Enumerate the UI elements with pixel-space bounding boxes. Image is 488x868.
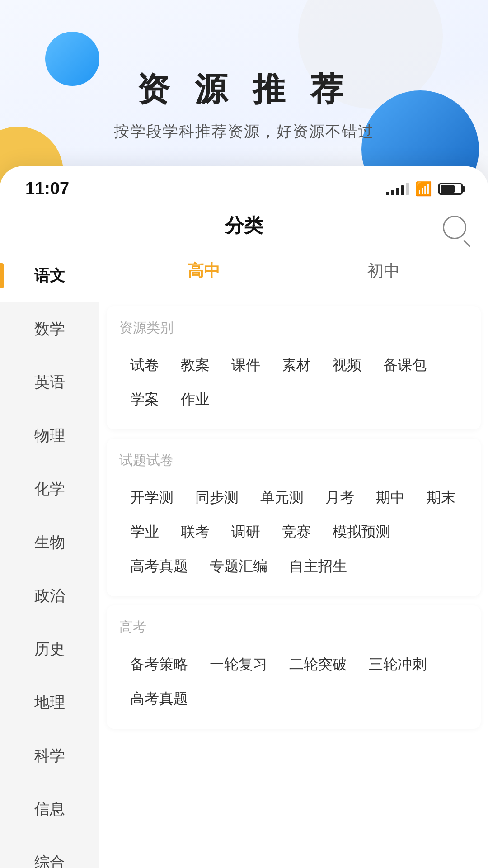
tag-学业[interactable]: 学业 — [119, 515, 170, 549]
tag-学案[interactable]: 学案 — [119, 382, 170, 417]
tag-同步测[interactable]: 同步测 — [184, 481, 249, 515]
section-title-1: 试题试卷 — [119, 451, 468, 470]
search-button[interactable] — [443, 216, 466, 239]
tag-模拟预测[interactable]: 模拟预测 — [322, 515, 401, 549]
tag-课件[interactable]: 课件 — [221, 348, 271, 382]
section-0: 资源类别试卷教案课件素材视频备课包学案作业 — [107, 306, 481, 429]
tags-row-1: 开学测同步测单元测月考期中期末学业联考调研竞赛模拟预测高考真题专题汇编自主招生 — [119, 481, 468, 584]
tag-专题汇编[interactable]: 专题汇编 — [199, 549, 278, 584]
battery-icon — [438, 183, 463, 195]
sidebar-item-生物[interactable]: 生物 — [0, 516, 99, 569]
sidebar-item-语文[interactable]: 语文 — [0, 249, 99, 302]
main-layout: 语文数学英语物理化学生物政治历史地理科学信息综合其他 高中初中 资源类别试卷教案… — [0, 249, 488, 868]
hero-title: 资 源 推 荐 — [0, 68, 488, 111]
tag-三轮冲刺[interactable]: 三轮冲刺 — [358, 647, 437, 682]
tag-教案[interactable]: 教案 — [170, 348, 221, 382]
section-2: 高考备考策略一轮复习二轮突破三轮冲刺高考真题 — [107, 605, 481, 729]
nav-title: 分类 — [225, 213, 263, 238]
section-1: 试题试卷开学测同步测单元测月考期中期末学业联考调研竞赛模拟预测高考真题专题汇编自… — [107, 439, 481, 596]
sidebar-item-英语[interactable]: 英语 — [0, 356, 99, 409]
tag-高考真题[interactable]: 高考真题 — [119, 549, 199, 584]
tags-row-2: 备考策略一轮复习二轮突破三轮冲刺高考真题 — [119, 647, 468, 716]
grade-tab-初中[interactable]: 初中 — [294, 253, 474, 289]
sidebar-item-信息[interactable]: 信息 — [0, 783, 99, 836]
right-content: 高中初中 资源类别试卷教案课件素材视频备课包学案作业试题试卷开学测同步测单元测月… — [99, 249, 488, 868]
section-title-2: 高考 — [119, 618, 468, 637]
sidebar-item-综合[interactable]: 综合 — [0, 836, 99, 868]
phone-card: 11:07 📶 分类 语文数学英语物理化学生物政治历史地理科学信息综合其他 — [0, 166, 488, 868]
tag-备课包[interactable]: 备课包 — [372, 348, 437, 382]
sidebar-item-地理[interactable]: 地理 — [0, 676, 99, 729]
grade-tab-高中[interactable]: 高中 — [114, 253, 294, 289]
sidebar-item-政治[interactable]: 政治 — [0, 569, 99, 623]
tag-单元测[interactable]: 单元测 — [249, 481, 314, 515]
wifi-icon: 📶 — [415, 181, 432, 197]
tag-自主招生[interactable]: 自主招生 — [278, 549, 358, 584]
left-sidebar: 语文数学英语物理化学生物政治历史地理科学信息综合其他 — [0, 249, 99, 868]
sidebar-item-数学[interactable]: 数学 — [0, 302, 99, 356]
hero-subtitle: 按学段学科推荐资源，好资源不错过 — [0, 121, 488, 142]
tag-备考策略[interactable]: 备考策略 — [119, 647, 199, 682]
tag-作业[interactable]: 作业 — [170, 382, 221, 417]
tag-月考[interactable]: 月考 — [314, 481, 365, 515]
sidebar-item-历史[interactable]: 历史 — [0, 623, 99, 676]
tag-素材[interactable]: 素材 — [271, 348, 322, 382]
sidebar-item-化学[interactable]: 化学 — [0, 462, 99, 516]
tag-期中[interactable]: 期中 — [365, 481, 416, 515]
tag-调研[interactable]: 调研 — [221, 515, 271, 549]
tags-row-0: 试卷教案课件素材视频备课包学案作业 — [119, 348, 468, 417]
status-bar: 11:07 📶 — [0, 166, 488, 206]
sidebar-item-物理[interactable]: 物理 — [0, 409, 99, 462]
tag-试卷[interactable]: 试卷 — [119, 348, 170, 382]
tag-高考真题[interactable]: 高考真题 — [119, 682, 199, 716]
section-title-0: 资源类别 — [119, 319, 468, 337]
tag-开学测[interactable]: 开学测 — [119, 481, 184, 515]
status-time: 11:07 — [25, 179, 69, 198]
signal-icon — [386, 183, 409, 195]
status-icons: 📶 — [386, 181, 463, 197]
top-nav: 分类 — [0, 206, 488, 249]
tag-二轮突破[interactable]: 二轮突破 — [278, 647, 358, 682]
tag-竞赛[interactable]: 竞赛 — [271, 515, 322, 549]
grade-tabs: 高中初中 — [99, 249, 488, 297]
tag-联考[interactable]: 联考 — [170, 515, 221, 549]
tag-一轮复习[interactable]: 一轮复习 — [199, 647, 278, 682]
sidebar-item-科学[interactable]: 科学 — [0, 729, 99, 783]
tag-视频[interactable]: 视频 — [322, 348, 372, 382]
search-icon — [443, 216, 466, 239]
tag-期末[interactable]: 期末 — [416, 481, 466, 515]
